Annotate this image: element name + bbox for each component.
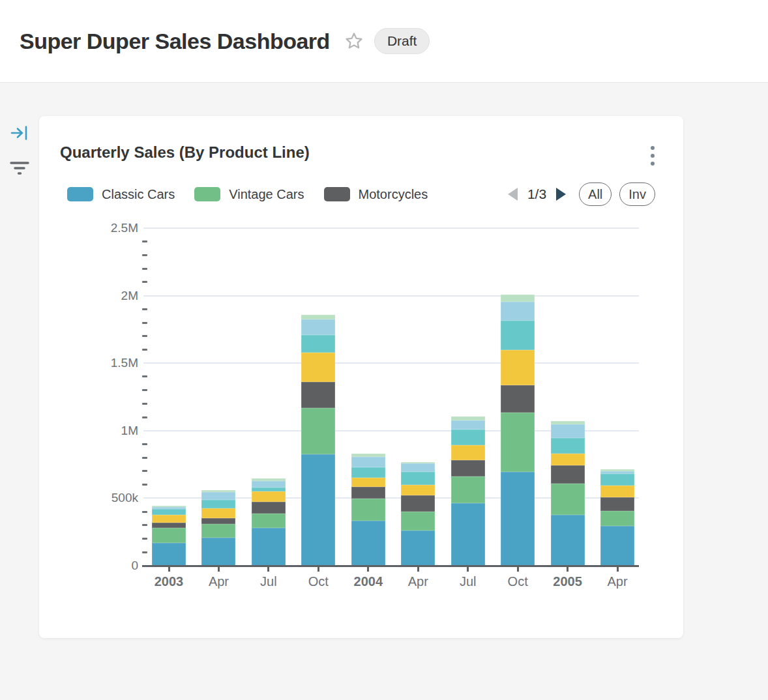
y-axis-minor-tick xyxy=(142,349,147,351)
y-axis-minor-tick xyxy=(142,484,147,486)
chart-title: Quarterly Sales (By Product Line) xyxy=(60,143,310,162)
bar-segment-classic-cars[interactable] xyxy=(201,538,235,566)
x-axis-label: Jul xyxy=(243,574,295,589)
bar-segment-classic-cars[interactable] xyxy=(301,454,335,566)
chart-card: Quarterly Sales (By Product Line) Classi… xyxy=(39,116,683,638)
favorite-star-icon[interactable] xyxy=(344,31,364,51)
legend-invert-button[interactable]: Inv xyxy=(619,182,655,206)
bar-segment-series-4-yellow-[interactable] xyxy=(600,486,634,497)
bar-segment-vintage-cars[interactable] xyxy=(501,413,535,472)
bar-segment-series-7-pale-green-[interactable] xyxy=(152,506,186,507)
bar-segment-classic-cars[interactable] xyxy=(600,526,634,566)
bar-segment-motorcycles[interactable] xyxy=(201,518,235,523)
bar-segment-series-4-yellow-[interactable] xyxy=(301,353,335,382)
bar-segment-series-5-teal-[interactable] xyxy=(501,321,535,350)
bar-segment-vintage-cars[interactable] xyxy=(451,476,485,503)
bar-segment-series-4-yellow-[interactable] xyxy=(252,491,286,503)
legend-page-indicator: 1/3 xyxy=(527,186,546,202)
bar-segment-series-7-pale-green-[interactable] xyxy=(252,478,286,481)
bar-segment-series-5-teal-[interactable] xyxy=(551,438,585,454)
bar-segment-motorcycles[interactable] xyxy=(600,497,634,511)
legend-prev-icon[interactable] xyxy=(508,188,518,201)
bar-segment-series-7-pale-green-[interactable] xyxy=(301,315,335,319)
bar-segment-vintage-cars[interactable] xyxy=(351,499,385,521)
collapse-panel-icon[interactable] xyxy=(9,124,30,142)
bar-segment-motorcycles[interactable] xyxy=(451,460,485,477)
bar-segment-series-4-yellow-[interactable] xyxy=(501,350,535,385)
bar-segment-series-6-light-blue-[interactable] xyxy=(351,457,385,467)
bar-segment-vintage-cars[interactable] xyxy=(600,511,634,526)
bar-segment-vintage-cars[interactable] xyxy=(201,524,235,538)
bar-segment-series-4-yellow-[interactable] xyxy=(152,515,186,523)
bar-segment-vintage-cars[interactable] xyxy=(152,528,186,544)
bar-segment-motorcycles[interactable] xyxy=(401,495,435,511)
bar-segment-series-6-light-blue-[interactable] xyxy=(501,302,535,320)
bar-segment-classic-cars[interactable] xyxy=(351,521,385,566)
bar-segment-series-7-pale-green-[interactable] xyxy=(351,454,385,458)
bar-segment-vintage-cars[interactable] xyxy=(301,408,335,454)
bar-segment-series-5-teal-[interactable] xyxy=(301,335,335,353)
bar-segment-series-7-pale-green-[interactable] xyxy=(600,469,634,471)
y-axis-minor-tick xyxy=(142,241,147,242)
bar-segment-series-6-light-blue-[interactable] xyxy=(252,481,286,488)
bar-segment-series-5-teal-[interactable] xyxy=(451,430,485,445)
bar-segment-vintage-cars[interactable] xyxy=(401,512,435,531)
bar-segment-series-5-teal-[interactable] xyxy=(201,500,235,508)
bar-segment-series-4-yellow-[interactable] xyxy=(451,445,485,460)
bar-segment-series-6-light-blue-[interactable] xyxy=(201,492,235,500)
y-axis-minor-tick xyxy=(142,511,147,513)
legend-item-motorcycles[interactable]: Motorcycles xyxy=(324,187,428,202)
bar-segment-series-4-yellow-[interactable] xyxy=(401,485,435,496)
bar-segment-series-4-yellow-[interactable] xyxy=(351,478,385,487)
bar-segment-series-6-light-blue-[interactable] xyxy=(301,319,335,335)
bar-segment-motorcycles[interactable] xyxy=(152,523,186,528)
bar-segment-series-5-teal-[interactable] xyxy=(351,467,385,478)
bar-segment-series-7-pale-green-[interactable] xyxy=(451,416,485,420)
legend-swatch xyxy=(324,187,350,201)
bar-segment-classic-cars[interactable] xyxy=(152,543,186,566)
legend-select-all-button[interactable]: All xyxy=(579,182,612,206)
bar-segment-vintage-cars[interactable] xyxy=(252,514,286,529)
y-axis-minor-tick xyxy=(142,416,147,418)
y-axis-minor-tick xyxy=(142,443,147,445)
bar-segment-series-5-teal-[interactable] xyxy=(152,509,186,515)
bar-segment-series-6-light-blue-[interactable] xyxy=(451,420,485,430)
bar-segment-motorcycles[interactable] xyxy=(301,382,335,408)
bar-segment-series-4-yellow-[interactable] xyxy=(201,508,235,518)
legend-item-vintage-cars[interactable]: Vintage Cars xyxy=(194,187,304,202)
status-badge[interactable]: Draft xyxy=(374,28,430,54)
bar-segment-series-7-pale-green-[interactable] xyxy=(501,295,535,302)
y-axis-label: 1M xyxy=(76,424,138,438)
legend-item-classic-cars[interactable]: Classic Cars xyxy=(67,187,175,202)
bar-segment-vintage-cars[interactable] xyxy=(551,484,585,515)
bar-segment-series-4-yellow-[interactable] xyxy=(551,454,585,465)
bar-segment-series-7-pale-green-[interactable] xyxy=(201,490,235,492)
legend-swatch xyxy=(67,187,93,201)
x-axis-label: 2003 xyxy=(143,574,195,589)
bar-segment-series-6-light-blue-[interactable] xyxy=(401,463,435,472)
kebab-menu-icon[interactable] xyxy=(645,145,660,167)
page-header: Super Duper Sales Dashboard Draft xyxy=(0,0,768,83)
bar-segment-motorcycles[interactable] xyxy=(351,487,385,499)
x-axis-label: 2005 xyxy=(542,574,594,589)
bar-segment-series-5-teal-[interactable] xyxy=(252,488,286,491)
bar-segment-series-5-teal-[interactable] xyxy=(401,472,435,485)
bar-segment-motorcycles[interactable] xyxy=(551,465,585,484)
bar-segment-classic-cars[interactable] xyxy=(501,472,535,566)
bar-segment-series-7-pale-green-[interactable] xyxy=(551,421,585,424)
bar-segment-series-7-pale-green-[interactable] xyxy=(401,462,435,463)
grid-line xyxy=(143,295,639,297)
legend-next-icon[interactable] xyxy=(556,188,566,201)
bar-segment-series-6-light-blue-[interactable] xyxy=(152,507,186,510)
bar-segment-classic-cars[interactable] xyxy=(551,515,585,566)
bar-segment-motorcycles[interactable] xyxy=(252,502,286,513)
bar-segment-series-6-light-blue-[interactable] xyxy=(600,471,634,474)
bar-segment-motorcycles[interactable] xyxy=(501,385,535,413)
filter-icon[interactable] xyxy=(9,159,30,177)
bar-segment-classic-cars[interactable] xyxy=(252,528,286,566)
bar-segment-classic-cars[interactable] xyxy=(401,531,435,566)
bar-segment-series-5-teal-[interactable] xyxy=(600,474,634,485)
bar-segment-classic-cars[interactable] xyxy=(451,503,485,566)
y-axis-minor-tick xyxy=(142,538,147,540)
bar-segment-series-6-light-blue-[interactable] xyxy=(551,424,585,438)
